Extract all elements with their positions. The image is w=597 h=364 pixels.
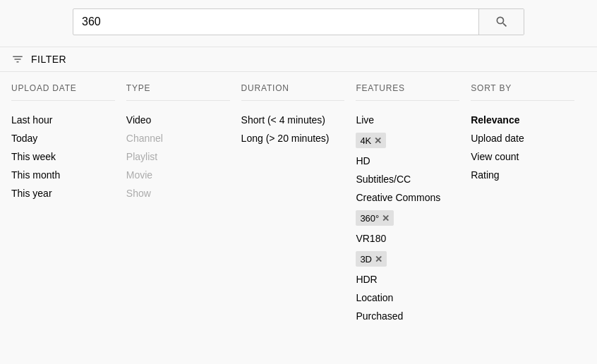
filter-icon-group (11, 53, 24, 66)
filter-item-hdr[interactable]: HDR (356, 270, 459, 289)
filter-item-subtitles[interactable]: Subtitles/CC (356, 170, 459, 188)
filter-item-long[interactable]: Long (> 20 minutes) (241, 129, 345, 147)
chip-360-label: 360° (360, 213, 379, 224)
filter-content: UPLOAD DATE Last hour Today This week Th… (0, 72, 597, 342)
search-box (73, 8, 524, 35)
upload-date-header: UPLOAD DATE (11, 83, 115, 101)
search-button[interactable] (478, 9, 524, 35)
filter-item-vr180[interactable]: VR180 (356, 229, 459, 248)
features-column: FEATURES Live 4K ✕ HD Subtitles/CC Creat… (356, 83, 471, 325)
chip-3d-close[interactable]: ✕ (375, 255, 382, 264)
filter-bar[interactable]: FILTER (0, 47, 597, 72)
filter-item-this-month[interactable]: This month (11, 166, 115, 184)
features-header: FEATURES (356, 83, 459, 101)
filter-item-360[interactable]: 360° ✕ (356, 207, 459, 229)
filter-item-4k[interactable]: 4K ✕ (356, 129, 459, 152)
duration-header: DURATION (241, 83, 345, 101)
filter-item-upload-date[interactable]: Upload date (471, 129, 574, 147)
chip-4k-label: 4K (360, 135, 371, 146)
chip-3d-label: 3D (360, 254, 372, 265)
search-input[interactable] (73, 9, 478, 35)
filter-icon (11, 53, 24, 66)
search-bar-area (0, 0, 597, 47)
filter-item-this-week[interactable]: This week (11, 147, 115, 166)
chip-3d: 3D ✕ (356, 251, 387, 267)
filter-item-short[interactable]: Short (< 4 minutes) (241, 111, 345, 129)
filter-item-live[interactable]: Live (356, 111, 459, 129)
filter-item-today[interactable]: Today (11, 129, 115, 147)
filter-item-creative-commons[interactable]: Creative Commons (356, 188, 459, 207)
type-header: TYPE (126, 83, 230, 101)
filter-item-location[interactable]: Location (356, 289, 459, 307)
filter-item-view-count[interactable]: View count (471, 147, 574, 166)
filter-item-purchased[interactable]: Purchased (356, 307, 459, 325)
chip-360: 360° ✕ (356, 210, 394, 226)
filter-item-this-year[interactable]: This year (11, 184, 115, 202)
upload-date-column: UPLOAD DATE Last hour Today This week Th… (11, 83, 126, 325)
chip-360-close[interactable]: ✕ (382, 214, 390, 223)
chip-4k-close[interactable]: ✕ (374, 136, 382, 145)
filter-item-3d[interactable]: 3D ✕ (356, 248, 459, 270)
filter-item-rating[interactable]: Rating (471, 166, 574, 184)
filter-item-video[interactable]: Video (126, 111, 230, 129)
search-icon (495, 15, 509, 29)
duration-column: DURATION Short (< 4 minutes) Long (> 20 … (241, 83, 356, 325)
filter-item-last-hour[interactable]: Last hour (11, 111, 115, 129)
filter-item-hd[interactable]: HD (356, 152, 459, 170)
filter-item-movie: Movie (126, 166, 230, 184)
chip-4k: 4K ✕ (356, 133, 386, 148)
sort-by-column: SORT BY Relevance Upload date View count… (471, 83, 586, 325)
filter-item-show: Show (126, 184, 230, 202)
filter-item-relevance[interactable]: Relevance (471, 111, 574, 129)
type-column: TYPE Video Channel Playlist Movie Show (126, 83, 241, 325)
filter-label: FILTER (31, 54, 66, 65)
sort-by-header: SORT BY (471, 83, 574, 101)
filter-item-playlist: Playlist (126, 147, 230, 166)
filter-item-channel: Channel (126, 129, 230, 147)
